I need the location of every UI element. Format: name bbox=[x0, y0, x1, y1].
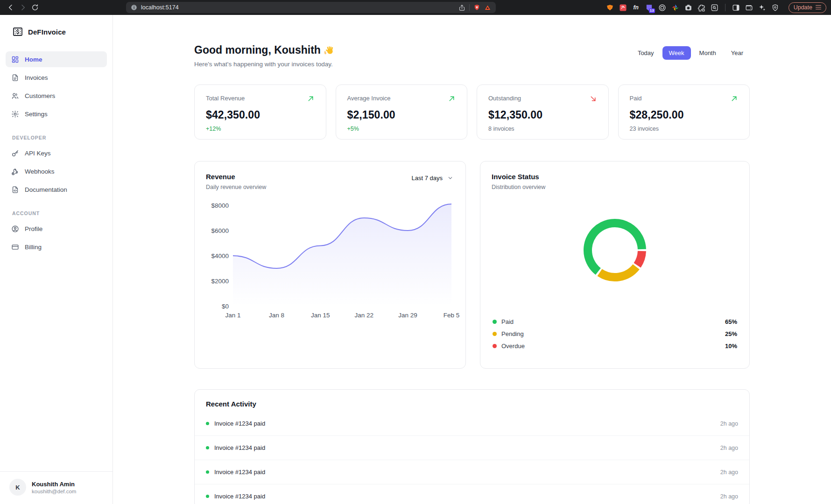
browser-update-button[interactable]: Update bbox=[789, 2, 826, 13]
svg-text:$2000: $2000 bbox=[211, 278, 229, 285]
wave-emoji-icon bbox=[324, 45, 335, 56]
legend-row-pending: Pending 25% bbox=[492, 328, 738, 340]
extension-badge: 13 bbox=[649, 8, 655, 13]
stat-change: 23 invoices bbox=[630, 126, 739, 132]
nav-label: Webhooks bbox=[25, 168, 55, 175]
donut-legend: Paid 65% Pending 25% Overdue 10% bbox=[492, 315, 738, 352]
divider bbox=[725, 4, 725, 11]
nav-label: Invoices bbox=[25, 74, 48, 81]
svg-text:$0: $0 bbox=[222, 303, 229, 310]
time-range-toggle: Today Week Month Year bbox=[631, 46, 750, 60]
rings-extension-icon[interactable] bbox=[658, 3, 667, 12]
key-icon bbox=[11, 149, 19, 157]
svg-text:$8000: $8000 bbox=[211, 202, 229, 209]
back-icon bbox=[7, 4, 14, 11]
activity-row: Invoice #1234 paid 2h ago bbox=[195, 484, 749, 504]
sidebar-item-home[interactable]: Home bbox=[6, 51, 107, 67]
banknote-logo-icon bbox=[12, 26, 23, 37]
extensions-cluster: fn 13 bbox=[606, 2, 826, 13]
range-today-button[interactable]: Today bbox=[631, 46, 661, 60]
user-circle-icon bbox=[11, 225, 19, 233]
svg-text:Jan 29: Jan 29 bbox=[398, 312, 417, 319]
svg-text:Jan 22: Jan 22 bbox=[355, 312, 374, 319]
vpn-shield-icon[interactable] bbox=[771, 3, 780, 12]
sidebar-panel-icon[interactable] bbox=[732, 3, 740, 12]
stat-label: Outstanding bbox=[488, 95, 521, 102]
share-icon[interactable] bbox=[458, 4, 465, 11]
trend-up-icon bbox=[730, 95, 738, 103]
svg-text:Jan 15: Jan 15 bbox=[311, 312, 330, 319]
svg-text:$6000: $6000 bbox=[211, 227, 229, 234]
legend-row-paid: Paid 65% bbox=[492, 315, 738, 328]
stat-change: 8 invoices bbox=[488, 126, 597, 132]
range-week-button[interactable]: Week bbox=[662, 46, 691, 60]
customers-icon bbox=[11, 92, 19, 100]
status-dot-icon bbox=[206, 446, 209, 449]
browser-forward-button[interactable] bbox=[17, 1, 29, 14]
pending-dot-icon bbox=[493, 332, 497, 336]
account-nav: Profile Billing bbox=[0, 221, 113, 255]
sidebar-item-settings[interactable]: Settings bbox=[6, 106, 107, 122]
divider bbox=[469, 4, 470, 11]
purple-extension-icon[interactable]: 13 bbox=[645, 3, 654, 12]
nav-label: Home bbox=[25, 56, 42, 63]
camera-extension-icon[interactable] bbox=[684, 3, 693, 12]
wallet-icon[interactable] bbox=[745, 3, 754, 12]
status-dot-icon bbox=[206, 422, 209, 425]
sidebar-item-invoices[interactable]: Invoices bbox=[6, 70, 107, 85]
avatar: K bbox=[9, 479, 26, 496]
pinwheel-extension-icon[interactable] bbox=[671, 3, 680, 12]
credit-card-icon bbox=[11, 243, 19, 251]
brave-shields-icon[interactable] bbox=[473, 4, 480, 11]
main-content: Good morning, Koushith bbox=[113, 15, 831, 504]
update-label: Update bbox=[794, 4, 812, 11]
red-extension-icon[interactable] bbox=[619, 3, 627, 12]
sidebar-item-documentation[interactable]: Documentation bbox=[6, 182, 107, 197]
invoice-file-icon bbox=[11, 74, 19, 82]
sidebar-item-customers[interactable]: Customers bbox=[6, 88, 107, 104]
nav-label: Customers bbox=[25, 92, 55, 99]
nav-label: API Keys bbox=[25, 150, 51, 157]
nav-label: Profile bbox=[25, 225, 42, 232]
sidebar-item-api-keys[interactable]: API Keys bbox=[6, 145, 107, 161]
dashboard-icon bbox=[11, 56, 19, 63]
search-container-icon[interactable] bbox=[710, 3, 719, 12]
reload-icon bbox=[31, 4, 39, 11]
panel-subtitle: Distribution overview bbox=[492, 184, 545, 190]
stat-label: Paid bbox=[630, 95, 642, 102]
range-year-button[interactable]: Year bbox=[725, 46, 750, 60]
stat-card-outstanding: Outstanding $12,350.00 8 invoices bbox=[477, 84, 609, 140]
sidebar-item-billing[interactable]: Billing bbox=[6, 239, 107, 255]
chart-range-dropdown[interactable]: Last 7 days bbox=[411, 173, 455, 183]
paid-dot-icon bbox=[493, 320, 497, 324]
nav-label: Billing bbox=[25, 244, 42, 251]
browser-back-button[interactable] bbox=[5, 1, 17, 14]
main-nav: Home Invoices Customers Settings bbox=[0, 47, 113, 122]
metamask-extension-icon[interactable] bbox=[606, 3, 614, 12]
browser-reload-button[interactable] bbox=[29, 1, 41, 14]
sidebar-item-webhooks[interactable]: Webhooks bbox=[6, 163, 107, 179]
forward-icon bbox=[19, 4, 27, 11]
panel-title: Revenue bbox=[206, 173, 266, 181]
user-name: Koushith Amin bbox=[32, 480, 76, 489]
revenue-line-chart: $0$2000$4000$6000$8000Jan 1Jan 8Jan 15Ja… bbox=[206, 198, 454, 336]
address-bar[interactable]: localhost:5174 bbox=[126, 2, 496, 13]
range-month-button[interactable]: Month bbox=[693, 46, 723, 60]
page-subtitle: Here's what's happening with your invoic… bbox=[194, 61, 335, 68]
extensions-puzzle-icon[interactable] bbox=[697, 3, 706, 12]
menu-icon bbox=[816, 5, 821, 10]
stat-value: $42,350.00 bbox=[206, 109, 315, 121]
svg-text:Jan 1: Jan 1 bbox=[225, 312, 240, 319]
trend-down-icon bbox=[589, 95, 597, 103]
fn-extension-icon[interactable]: fn bbox=[632, 3, 641, 12]
site-info-icon[interactable] bbox=[131, 4, 137, 11]
leo-sparkle-icon[interactable] bbox=[758, 3, 767, 12]
user-profile-footer[interactable]: K Koushith Amin koushith@def.com bbox=[0, 471, 113, 504]
stat-card-paid: Paid $28,250.00 23 invoices bbox=[618, 84, 750, 140]
stat-change: +12% bbox=[206, 126, 315, 132]
svg-text:Feb 5: Feb 5 bbox=[444, 312, 460, 319]
gear-icon bbox=[11, 110, 19, 118]
svg-text:$4000: $4000 bbox=[211, 252, 229, 259]
sidebar-item-profile[interactable]: Profile bbox=[6, 221, 107, 237]
brave-rewards-icon[interactable] bbox=[484, 4, 491, 11]
